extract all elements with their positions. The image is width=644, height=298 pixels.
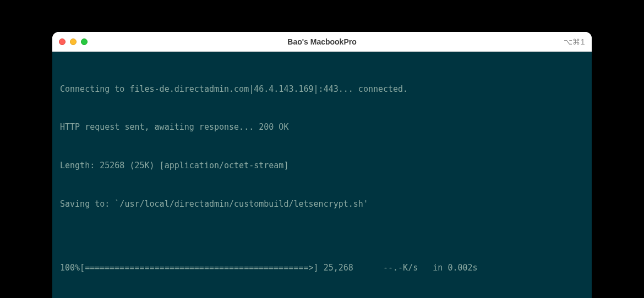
zoom-icon[interactable] [81,38,88,45]
terminal-window: Bao's MacbookPro ⌥⌘1 Connecting to files… [52,32,592,298]
terminal-line: HTTP request sent, awaiting response... … [60,121,584,134]
titlebar[interactable]: Bao's MacbookPro ⌥⌘1 [52,32,592,52]
window-shortcut-indicator: ⌥⌘1 [564,37,585,46]
terminal-line: Connecting to files-de.directadmin.com|4… [60,83,584,96]
traffic-lights [59,38,88,45]
minimize-icon[interactable] [70,38,77,45]
terminal-output[interactable]: Connecting to files-de.directadmin.com|4… [52,52,592,298]
close-icon[interactable] [59,38,66,45]
window-title: Bao's MacbookPro [52,37,592,46]
scrollbar[interactable] [582,52,592,298]
terminal-line: Saving to: `/usr/local/directadmin/custo… [60,198,584,211]
terminal-progress-line: 100%[===================================… [60,262,584,274]
terminal-line: Length: 25268 (25K) [application/octet-s… [60,159,584,172]
